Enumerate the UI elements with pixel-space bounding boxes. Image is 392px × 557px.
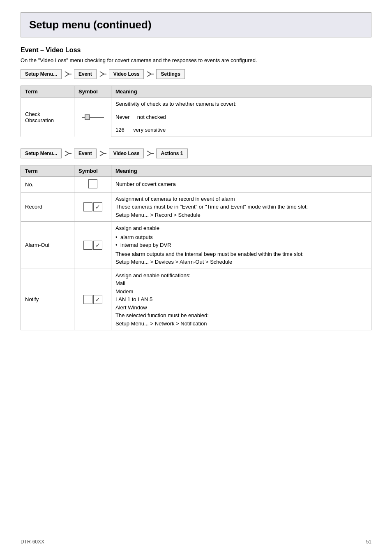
page-footer: DTR-60XX 51	[21, 539, 371, 545]
breadcrumb2-arrow-3	[145, 150, 154, 157]
breadcrumb-settings: Setup Menu... Event Video Loss Settings	[21, 69, 371, 79]
breadcrumb-item-1: Setup Menu...	[21, 69, 62, 79]
meaning-alarmout-line1: Assign and enable	[115, 224, 367, 232]
footer-page: 51	[366, 539, 371, 545]
table-row-no: No. Number of covert camera	[21, 176, 371, 192]
section-title: Event – Video Loss	[21, 46, 371, 54]
table-row-alarm-out: Alarm-Out Assign and enable alarm output…	[21, 222, 371, 269]
symbol-no	[74, 176, 111, 192]
meaning-notify-modem: Modem	[115, 288, 367, 296]
term-record: Record	[21, 192, 74, 222]
breadcrumb2-item-1: Setup Menu...	[21, 149, 62, 158]
breadcrumb-item-3: Video Loss	[109, 69, 144, 79]
alarmout-bullet-2: internal beep by DVR	[115, 241, 367, 249]
meaning-sensitivity-label: Sensitivity of check as to whether camer…	[111, 97, 371, 111]
meaning-alarmout-line3: Setup Menu... > Devices > Alarm-Out > Sc…	[115, 258, 367, 266]
col-term-1: Term	[21, 86, 74, 97]
term-alarm-out: Alarm-Out	[21, 222, 74, 269]
symbol-slider	[74, 97, 111, 137]
term-check-obscuration: Check Obscuration	[21, 97, 74, 137]
meaning-no: Number of covert camera	[111, 176, 371, 192]
meaning-notify-line1: Assign and enable notifications:	[115, 272, 367, 280]
meaning-record-line2: These cameras must be in "Event" or "Tim…	[115, 203, 367, 211]
checkbox-notify-icon	[83, 295, 92, 304]
col-symbol-2: Symbol	[74, 165, 111, 176]
footer-model: DTR-60XX	[21, 539, 44, 545]
checkbox-check-alarmout-icon	[93, 241, 102, 250]
meaning-notify-lan: LAN 1 to LAN 5	[115, 295, 367, 304]
page-title: Setup menu (continued)	[29, 19, 363, 31]
table-actions: Term Symbol Meaning No. Number of covert…	[21, 165, 371, 331]
breadcrumb-arrow-1	[63, 70, 72, 78]
meaning-126: 126 very sensitive	[111, 123, 371, 137]
col-meaning-1: Meaning	[111, 86, 371, 97]
breadcrumb-arrow-2	[98, 70, 107, 78]
table-settings: Term Symbol Meaning Check Obscuration Se…	[21, 86, 371, 137]
meaning-notify-alert: Alert Window	[115, 304, 367, 312]
table-row-notify: Notify Assign and enable notifications: …	[21, 269, 371, 330]
meaning-record-line3: Setup Menu... > Record > Schedule	[115, 211, 367, 219]
checkbox-record-icon	[83, 202, 92, 211]
page-header: Setup menu (continued)	[21, 12, 371, 37]
breadcrumb2-item-4: Actions 1	[156, 149, 187, 158]
alarmout-bullet-list: alarm outputs internal beep by DVR	[115, 233, 367, 249]
term-notify: Notify	[21, 269, 74, 330]
meaning-record-line1: Assignment of cameras to record in event…	[115, 195, 367, 203]
meaning-notify-line3: Setup Menu... > Network > Notification	[115, 320, 367, 328]
checkbox-check-notify-icon	[93, 295, 102, 304]
breadcrumb2-item-3: Video Loss	[109, 149, 144, 158]
meaning-notify: Assign and enable notifications: Mail Mo…	[111, 269, 371, 330]
symbol-notify	[74, 269, 111, 330]
term-no: No.	[21, 176, 74, 192]
meaning-alarmout-line2: These alarm outputs and the internal bee…	[115, 250, 367, 258]
symbol-alarm-out	[74, 222, 111, 269]
breadcrumb-arrow-3	[145, 70, 154, 78]
breadcrumb-actions: Setup Menu... Event Video Loss Actions 1	[21, 149, 371, 158]
meaning-alarm-out: Assign and enable alarm outputs internal…	[111, 222, 371, 269]
alarmout-bullet-1: alarm outputs	[115, 233, 367, 241]
checkbox-empty-icon	[88, 179, 97, 188]
symbol-record	[74, 192, 111, 222]
breadcrumb-item-4: Settings	[156, 69, 184, 79]
checkbox-alarmout-icon	[83, 241, 92, 250]
breadcrumb-item-2: Event	[74, 69, 97, 79]
breadcrumb2-item-2: Event	[74, 149, 97, 158]
col-symbol-1: Symbol	[74, 86, 111, 97]
table-row: Check Obscuration Sensitivity of check a…	[21, 97, 371, 111]
breadcrumb2-arrow-1	[63, 150, 72, 157]
meaning-record: Assignment of cameras to record in event…	[111, 192, 371, 222]
breadcrumb2-arrow-2	[98, 150, 107, 157]
svg-rect-4	[85, 115, 90, 120]
checkbox-check-record-icon	[93, 202, 102, 211]
table-row-record: Record Assignment of cameras to record i…	[21, 192, 371, 222]
meaning-never: Never not checked	[111, 111, 371, 124]
meaning-notify-line2: The selected function must be enabled:	[115, 311, 367, 320]
col-meaning-2: Meaning	[111, 165, 371, 176]
section-description: On the "Video Loss" menu checking for co…	[21, 57, 371, 63]
col-term-2: Term	[21, 165, 74, 176]
meaning-notify-mail: Mail	[115, 279, 367, 288]
